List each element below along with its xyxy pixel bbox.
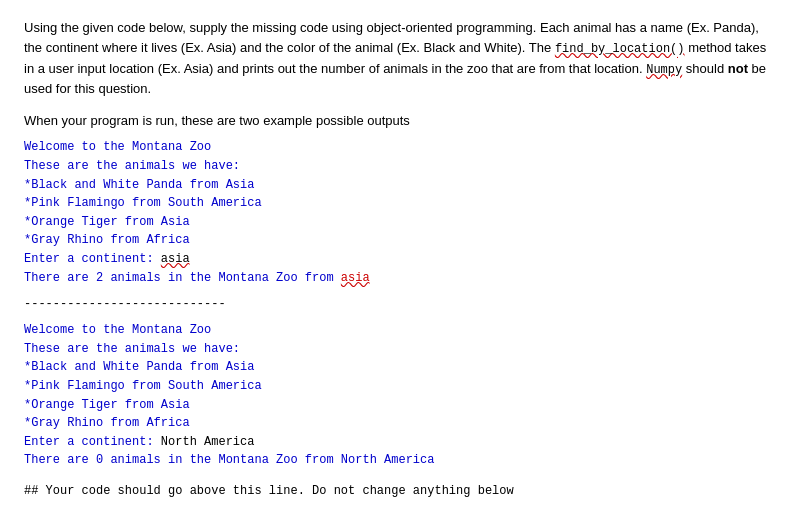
example1-line5: *Orange Tiger from Asia: [24, 213, 773, 232]
example1-result: There are 2 animals in the Montana Zoo f…: [24, 269, 773, 288]
example1-line3: *Black and White Panda from Asia: [24, 176, 773, 195]
example2-prompt: Enter a continent: North America: [24, 433, 773, 452]
example1-prompt: Enter a continent: asia: [24, 250, 773, 269]
example2-line3: *Black and White Panda from Asia: [24, 358, 773, 377]
example-title: When your program is run, these are two …: [24, 113, 773, 128]
example2-prompt-label: Enter a continent:: [24, 435, 161, 449]
not-bold: not: [728, 61, 748, 76]
example1-line6: *Gray Rhino from Africa: [24, 231, 773, 250]
footer-code: ## Your code should go above this line. …: [24, 484, 773, 498]
example2-line5: *Orange Tiger from Asia: [24, 396, 773, 415]
inline-code-method: find_by_location(): [555, 42, 685, 56]
example1-line2: These are the animals we have:: [24, 157, 773, 176]
numpy-word: Numpy: [646, 63, 682, 77]
example1-line1: Welcome to the Montana Zoo: [24, 138, 773, 157]
description-block: Using the given code below, supply the m…: [24, 18, 773, 99]
example2-result-value: North America: [341, 453, 435, 467]
example1-result-value: asia: [341, 271, 370, 285]
divider: ----------------------------: [24, 297, 773, 311]
example1-prompt-label: Enter a continent:: [24, 252, 161, 266]
example2-result: There are 0 animals in the Montana Zoo f…: [24, 451, 773, 470]
example1-result-prefix: There are 2 animals in the Montana Zoo f…: [24, 271, 341, 285]
example2-line4: *Pink Flamingo from South America: [24, 377, 773, 396]
example1-line4: *Pink Flamingo from South America: [24, 194, 773, 213]
example1-block: Welcome to the Montana Zoo These are the…: [24, 138, 773, 287]
example2-line1: Welcome to the Montana Zoo: [24, 321, 773, 340]
example2-line6: *Gray Rhino from Africa: [24, 414, 773, 433]
example2-prompt-value: North America: [161, 435, 255, 449]
example2-block: Welcome to the Montana Zoo These are the…: [24, 321, 773, 470]
example2-result-prefix: There are 0 animals in the Montana Zoo f…: [24, 453, 341, 467]
example1-prompt-value: asia: [161, 252, 190, 266]
example2-line2: These are the animals we have:: [24, 340, 773, 359]
